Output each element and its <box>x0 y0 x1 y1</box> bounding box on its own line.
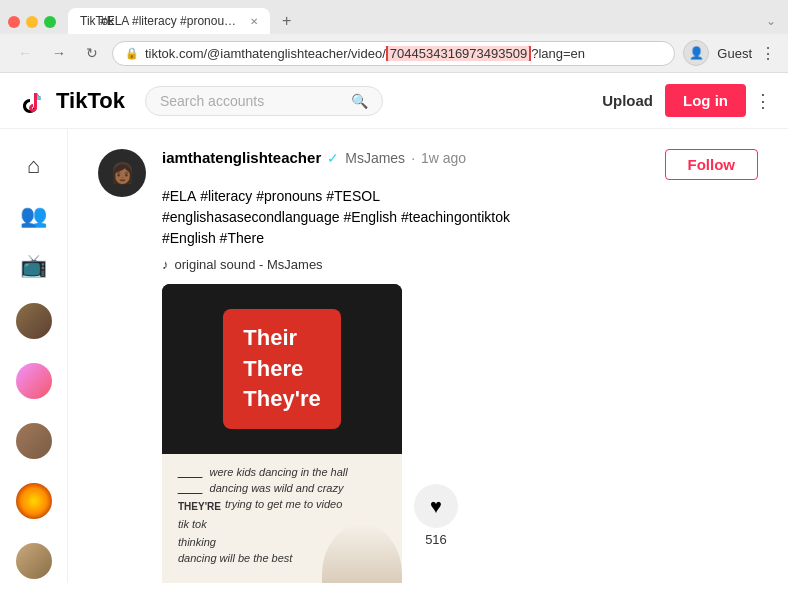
caption-line-1: #ELA #literacy #pronouns #TESOL <box>162 186 758 207</box>
window-controls <box>8 14 64 28</box>
like-button[interactable]: ♥ <box>414 484 458 528</box>
tiktok-logo-icon <box>16 85 48 117</box>
header-more-button[interactable]: ⋮ <box>754 90 772 112</box>
active-tab[interactable]: TikTok #ELA #literacy #pronouns #TE... ✕ <box>68 8 270 34</box>
tabs-menu-button[interactable]: ⌄ <box>762 10 780 32</box>
avatar-3 <box>16 423 52 459</box>
tiktok-app: TikTok Search accounts 🔍 Upload Log in ⋮… <box>0 73 788 583</box>
tiktok-logo-text: TikTok <box>56 88 125 114</box>
login-button[interactable]: Log in <box>665 84 746 117</box>
interaction-sidebar: ♥ 516 <box>414 284 468 583</box>
sound-label: original sound - MsJames <box>175 257 323 272</box>
writing-label-row: THEY'RE trying to get me to video <box>178 498 386 514</box>
music-icon: ♪ <box>162 257 169 272</box>
guest-label: Guest <box>717 46 752 61</box>
live-icon: 📺 <box>20 253 47 279</box>
post-display-name: MsJames <box>345 150 405 166</box>
url-prefix: tiktok.com/@iamthatenglishteacher/video/ <box>145 46 386 61</box>
feed: 👩🏾 iamthatenglishteacher ✓ MsJames · 1w … <box>68 129 788 583</box>
forward-button[interactable]: → <box>46 41 72 65</box>
search-box[interactable]: Search accounts 🔍 <box>145 86 383 116</box>
verified-badge: ✓ <box>327 150 339 166</box>
post-sound: ♪ original sound - MsJames <box>162 257 758 272</box>
like-count: 516 <box>425 532 447 547</box>
tab-title: #ELA #literacy #pronouns #TE... <box>100 14 240 28</box>
fullscreen-dot[interactable] <box>44 16 56 28</box>
caption-line-3: #English #There <box>162 228 758 249</box>
following-icon: 👥 <box>20 203 47 229</box>
sidebar-item-home[interactable]: ⌂ <box>7 145 61 187</box>
main-content: ⌂ 👥 📺 <box>0 129 788 583</box>
browser-chrome: TikTok #ELA #literacy #pronouns #TE... ✕… <box>0 0 788 73</box>
follow-button[interactable]: Follow <box>665 149 759 180</box>
writing-line-1: ____ were kids dancing in the hall <box>178 466 386 478</box>
home-icon: ⌂ <box>27 153 40 179</box>
sidebar-avatar-5[interactable] <box>7 535 61 583</box>
sidebar: ⌂ 👥 📺 <box>0 129 68 583</box>
post-header: iamthatenglishteacher ✓ MsJames · 1w ago… <box>162 149 758 180</box>
video-line-2: There <box>243 354 320 385</box>
sidebar-avatar-1[interactable] <box>7 295 61 347</box>
writing-line-2: ____ dancing was wild and crazy <box>178 482 386 494</box>
post-caption: #ELA #literacy #pronouns #TESOL #english… <box>162 186 758 249</box>
url-text: tiktok.com/@iamthatenglishteacher/video/… <box>145 46 662 61</box>
profile-icon[interactable]: 👤 <box>683 40 709 66</box>
sidebar-avatar-3[interactable] <box>7 415 61 467</box>
minimize-dot[interactable] <box>26 16 38 28</box>
video-line-1: Their <box>243 323 320 354</box>
search-placeholder: Search accounts <box>160 93 343 109</box>
avatar-2 <box>16 363 52 399</box>
video-line-3: They're <box>243 384 320 415</box>
sidebar-avatar-4[interactable] <box>7 475 61 527</box>
url-suffix: ?lang=en <box>531 46 585 61</box>
url-highlighted: 7044534316973493509 <box>386 46 531 61</box>
post-avatar-icon: 👩🏾 <box>110 161 135 185</box>
browser-menu-button[interactable]: ⋮ <box>760 44 776 63</box>
nav-bar: ← → ↻ 🔒 tiktok.com/@iamthatenglishteache… <box>0 34 788 72</box>
nav-extra: 👤 Guest ⋮ <box>683 40 776 66</box>
close-dot[interactable] <box>8 16 20 28</box>
avatar-1 <box>16 303 52 339</box>
tab-bar: TikTok #ELA #literacy #pronouns #TE... ✕… <box>0 0 788 34</box>
post-username[interactable]: iamthatenglishteacher <box>162 149 321 166</box>
post-author-info: iamthatenglishteacher ✓ MsJames · 1w ago <box>162 149 466 166</box>
post-video[interactable]: Their There They're ____ were kids danci… <box>162 284 402 583</box>
video-text-box: Their There They're <box>223 309 340 429</box>
post-time: · <box>411 150 415 166</box>
writing-label: THEY'RE <box>178 501 221 512</box>
tiktok-header: TikTok Search accounts 🔍 Upload Log in ⋮ <box>0 73 788 129</box>
address-bar[interactable]: 🔒 tiktok.com/@iamthatenglishteacher/vide… <box>112 41 675 66</box>
post-avatar[interactable]: 👩🏾 <box>98 149 146 197</box>
heart-icon: ♥ <box>430 495 442 518</box>
sidebar-avatar-2[interactable] <box>7 355 61 407</box>
refresh-button[interactable]: ↻ <box>80 41 104 65</box>
sidebar-item-following[interactable]: 👥 <box>7 195 61 237</box>
video-interactions-row: Their There They're ____ were kids danci… <box>162 284 758 583</box>
avatar-5 <box>16 543 52 579</box>
sidebar-item-live[interactable]: 📺 <box>7 245 61 287</box>
search-icon: 🔍 <box>351 93 368 109</box>
tiktok-logo: TikTok <box>16 85 125 117</box>
tab-favicon: TikTok <box>80 14 94 28</box>
new-tab-button[interactable]: + <box>274 8 299 34</box>
avatar-4 <box>16 483 52 519</box>
tab-close-button[interactable]: ✕ <box>250 16 258 27</box>
post-time-ago: 1w ago <box>421 150 466 166</box>
lock-icon: 🔒 <box>125 47 139 60</box>
video-bottom: ____ were kids dancing in the hall ____ … <box>162 454 402 583</box>
post: 👩🏾 iamthatenglishteacher ✓ MsJames · 1w … <box>98 149 758 583</box>
upload-button[interactable]: Upload <box>590 84 665 117</box>
caption-line-2: #englishasasecondlanguage #English #teac… <box>162 207 758 228</box>
post-content: iamthatenglishteacher ✓ MsJames · 1w ago… <box>162 149 758 583</box>
back-button[interactable]: ← <box>12 41 38 65</box>
video-top: Their There They're <box>162 284 402 454</box>
like-interaction: ♥ 516 <box>414 484 458 547</box>
